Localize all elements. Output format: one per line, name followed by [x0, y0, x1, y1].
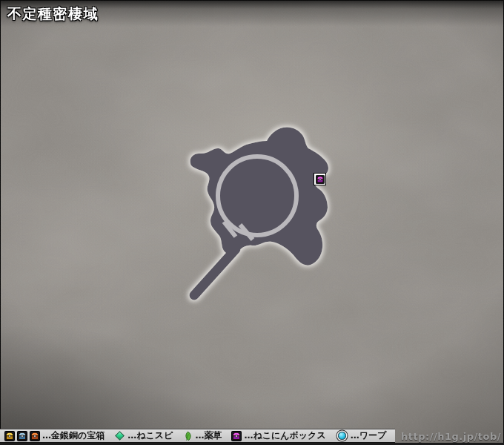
legend-bar: …金銀銅の宝箱 …ねこスピ …薬草 …ねこにんボックス …ワープ: [0, 429, 395, 443]
bronze-chest-icon: [30, 431, 40, 441]
purple-chest-icon: [316, 175, 325, 184]
leaf-icon: [182, 431, 193, 441]
green-diamond-icon: [115, 431, 125, 441]
page-title: 不定種密棲域: [7, 4, 99, 24]
map-page: 不定種密棲域: [0, 0, 504, 445]
legend-item-warp: …ワープ: [336, 429, 387, 442]
legend-item-nekonin-box: …ねこにんボックス: [231, 429, 325, 442]
legend-item-nekospi: …ねこスピ: [114, 429, 173, 442]
legend-label-chests: …金銀銅の宝箱: [42, 429, 105, 442]
legend-item-herb: …薬草: [182, 429, 222, 442]
legend-item-chests: …金銀銅の宝箱: [4, 429, 105, 442]
map-path-tail: [194, 249, 236, 295]
legend-label-nekospi: …ねこスピ: [127, 429, 173, 442]
purple-chest-icon: [231, 431, 242, 441]
warp-icon: [338, 432, 346, 440]
legend-label-warp: …ワープ: [351, 429, 387, 442]
map-region-outline: [190, 127, 328, 265]
gold-chest-icon: [4, 431, 15, 441]
legend-label-herb: …薬草: [195, 429, 222, 442]
watermark-url: http://h1g.jp/tob/: [401, 431, 501, 442]
nekonin-box-marker: [314, 173, 326, 185]
area-map-shape: [0, 0, 504, 445]
legend-label-nekonin-box: …ねこにんボックス: [244, 429, 325, 442]
silver-chest-icon: [17, 431, 27, 441]
